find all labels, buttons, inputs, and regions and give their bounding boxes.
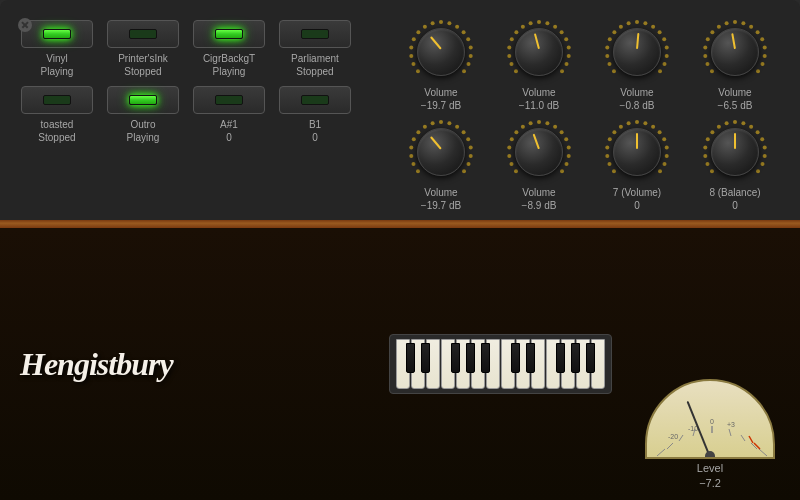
svg-point-4 [412, 37, 416, 41]
knob-label-vol2: Volume−11.0 dB [519, 86, 559, 112]
knob-body-vol1[interactable] [417, 28, 465, 76]
track-led-printers-ink [129, 29, 157, 39]
track-button-b1[interactable] [279, 86, 351, 114]
knob-indicator-vol2 [534, 33, 540, 49]
black-key[interactable] [586, 343, 595, 373]
knob-container-vol4[interactable] [703, 20, 767, 84]
svg-line-146 [754, 443, 760, 449]
black-key[interactable] [406, 343, 415, 373]
knob-container-vol6[interactable] [507, 120, 571, 184]
knob-body-vol2[interactable] [515, 28, 563, 76]
black-key[interactable] [451, 343, 460, 373]
svg-point-102 [612, 169, 616, 173]
svg-point-31 [567, 54, 571, 58]
svg-point-99 [567, 154, 571, 158]
knob-body-vol6[interactable] [515, 128, 563, 176]
svg-point-50 [658, 69, 662, 73]
track-label-b1: B1 0 [309, 118, 321, 144]
knob-container-vol5[interactable] [409, 120, 473, 184]
black-key[interactable] [526, 343, 535, 373]
svg-point-42 [635, 20, 639, 24]
knob-body-vol5[interactable] [417, 128, 465, 176]
piano-keyboard[interactable] [389, 334, 612, 394]
track-led-outro [129, 95, 157, 105]
track-button-parliament[interactable] [279, 20, 351, 48]
svg-point-46 [662, 37, 666, 41]
svg-point-117 [663, 162, 667, 166]
track-button-outro[interactable] [107, 86, 179, 114]
svg-point-54 [703, 45, 707, 49]
svg-point-81 [469, 145, 473, 149]
svg-point-133 [763, 154, 767, 158]
svg-text:+3: +3 [727, 421, 735, 428]
knob-label-vol3: Volume−0.8 dB [620, 86, 655, 112]
svg-point-30 [567, 45, 571, 49]
knob-container-vol3[interactable] [605, 20, 669, 84]
svg-point-132 [763, 145, 767, 149]
svg-point-85 [514, 169, 518, 173]
knob-body-vol8[interactable] [711, 128, 759, 176]
svg-point-78 [455, 125, 459, 129]
svg-point-106 [608, 137, 612, 141]
brand-logo: Hengistbury [20, 346, 200, 383]
close-button[interactable] [18, 18, 32, 32]
svg-line-141 [729, 429, 731, 436]
track-led-cigrbackgt [215, 29, 243, 39]
knob-item-vol8: 8 (Balance)0 [690, 120, 780, 212]
knob-container-vol1[interactable] [409, 20, 473, 84]
knob-label-vol8: 8 (Balance)0 [709, 186, 760, 212]
svg-point-121 [703, 154, 707, 158]
svg-point-13 [469, 45, 473, 49]
knob-indicator-vol7 [636, 133, 638, 149]
track-button-cigrbackgt[interactable] [193, 20, 265, 48]
svg-point-79 [462, 130, 466, 134]
svg-point-12 [466, 37, 470, 41]
knob-body-vol7[interactable] [613, 128, 661, 176]
svg-point-124 [710, 130, 714, 134]
svg-point-74 [423, 125, 427, 129]
svg-point-36 [605, 54, 609, 58]
black-key[interactable] [511, 343, 520, 373]
black-key[interactable] [571, 343, 580, 373]
svg-point-8 [439, 20, 443, 24]
svg-point-0 [416, 69, 420, 73]
track-button-toasted[interactable] [21, 86, 93, 114]
svg-point-82 [469, 154, 473, 158]
svg-point-107 [612, 130, 616, 134]
knob-label-vol6: Volume−8.9 dB [522, 186, 557, 212]
black-key[interactable] [466, 343, 475, 373]
knob-container-vol8[interactable] [703, 120, 767, 184]
knob-body-vol4[interactable] [711, 28, 759, 76]
knob-indicator-vol6 [533, 134, 540, 150]
track-button-a-sharp-1[interactable] [193, 86, 265, 114]
knob-label-vol4: Volume−6.5 dB [718, 86, 753, 112]
svg-point-66 [761, 62, 765, 66]
knob-item-vol1: Volume−19.7 dB [396, 20, 486, 112]
svg-point-61 [749, 25, 753, 29]
svg-point-10 [455, 25, 459, 29]
svg-point-70 [409, 154, 413, 158]
svg-point-109 [627, 121, 631, 125]
track-label-printers-ink: Printer'sInk Stopped [118, 52, 168, 78]
svg-text:0: 0 [710, 418, 714, 425]
knob-container-vol7[interactable] [605, 120, 669, 184]
black-key[interactable] [556, 343, 565, 373]
knob-container-vol2[interactable] [507, 20, 571, 84]
knob-body-vol3[interactable] [613, 28, 661, 76]
black-key[interactable] [481, 343, 490, 373]
svg-point-120 [706, 162, 710, 166]
svg-point-48 [665, 54, 669, 58]
svg-point-101 [560, 169, 564, 173]
knobs-section: Volume−19.7 dBVolume−11.0 dBVolume−0.8 d… [396, 20, 784, 212]
bottom-panel: Hengistbury [0, 228, 800, 500]
track-button-printers-ink[interactable] [107, 20, 179, 48]
svg-point-7 [431, 21, 435, 25]
svg-point-53 [703, 54, 707, 58]
svg-point-134 [761, 162, 765, 166]
svg-point-126 [725, 121, 729, 125]
black-key[interactable] [421, 343, 430, 373]
knob-indicator-vol5 [430, 136, 442, 150]
svg-point-16 [462, 69, 466, 73]
svg-point-39 [612, 30, 616, 34]
track-label-cigrbackgt: CigrBackgT Playing [203, 52, 255, 78]
